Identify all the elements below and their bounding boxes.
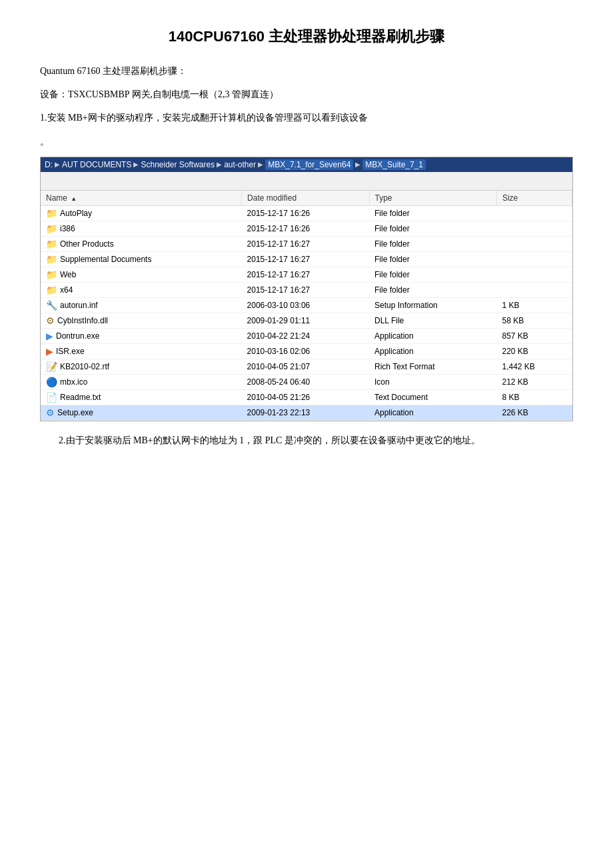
file-name-cell[interactable]: 📁x64 (41, 282, 242, 297)
table-row[interactable]: 📁Other Products2015-12-17 16:27File fold… (41, 236, 572, 251)
table-row[interactable]: 📁AutoPlay2015-12-17 16:26File folder (41, 205, 572, 221)
table-row[interactable]: 📁x642015-12-17 16:27File folder (41, 282, 572, 297)
file-type-cell: DLL File (369, 313, 496, 328)
col-size[interactable]: Size (496, 191, 572, 206)
file-type-cell: File folder (369, 282, 496, 297)
file-date-cell: 2008-05-24 06:40 (242, 374, 369, 389)
file-name-cell[interactable]: 🔵mbx.ico (41, 374, 242, 389)
file-table: Name ▲ Date modified Type Size 📁AutoPlay… (41, 191, 572, 421)
file-icon: ⚙ (46, 407, 55, 418)
col-type[interactable]: Type (369, 191, 496, 206)
file-name-label: Setup.exe (57, 408, 93, 417)
addr-segment[interactable]: MBX_7.1_for_Seven64 (265, 159, 353, 170)
file-name-cell[interactable]: 🔧autorun.inf (41, 297, 242, 313)
file-name-cell[interactable]: ▶Dontrun.exe (41, 328, 242, 343)
file-size-cell: 857 KB (496, 328, 572, 343)
addr-segment[interactable]: D: (45, 160, 53, 169)
file-type-cell: Application (369, 343, 496, 359)
addr-separator-icon: ▶ (133, 161, 139, 168)
table-row[interactable]: 📁Supplemental Documents2015-12-17 16:27F… (41, 251, 572, 267)
file-type-cell: File folder (369, 251, 496, 267)
table-row[interactable]: 📝KB2010-02.rtf2010-04-05 21:07Rich Text … (41, 359, 572, 374)
file-date-cell: 2009-01-29 01:11 (242, 313, 369, 328)
file-name-cell[interactable]: 📁AutoPlay (41, 205, 242, 221)
file-size-cell: 220 KB (496, 343, 572, 359)
file-icon: 📁 (46, 223, 57, 234)
file-name-cell[interactable]: 📄Readme.txt (41, 389, 242, 405)
file-name-cell[interactable]: 📁Supplemental Documents (41, 251, 242, 267)
file-icon: ⚙ (46, 315, 55, 326)
file-name-label: x64 (60, 285, 73, 295)
file-name-cell[interactable]: 📁Other Products (41, 236, 242, 251)
table-row[interactable]: ⚙CybInstInfo.dll2009-01-29 01:11DLL File… (41, 313, 572, 328)
table-row[interactable]: 🔵mbx.ico2008-05-24 06:40Icon212 KB (41, 374, 572, 389)
col-date[interactable]: Date modified (242, 191, 369, 206)
file-name-cell[interactable]: 📁Web (41, 267, 242, 282)
file-type-cell: Setup Information (369, 297, 496, 313)
table-header-row: Name ▲ Date modified Type Size (41, 191, 572, 206)
addr-separator-icon: ▶ (258, 161, 263, 168)
file-type-cell: Application (369, 328, 496, 343)
file-date-cell: 2015-12-17 16:27 (242, 236, 369, 251)
file-name-label: Other Products (60, 239, 114, 249)
file-name-cell[interactable]: 📁i386 (41, 221, 242, 236)
addr-separator-icon: ▶ (217, 161, 222, 168)
file-name-label: KB2010-02.rtf (60, 362, 109, 371)
table-row[interactable]: 🔧autorun.inf2006-03-10 03:06Setup Inform… (41, 297, 572, 313)
file-name-label: Readme.txt (60, 393, 101, 402)
explorer-toolbar (41, 172, 572, 191)
file-name-label: autorun.inf (60, 301, 98, 310)
file-date-cell: 2010-03-16 02:06 (242, 343, 369, 359)
file-size-cell: 1 KB (496, 297, 572, 313)
file-date-cell: 2010-04-05 21:07 (242, 359, 369, 374)
file-name-cell[interactable]: ⚙Setup.exe (41, 405, 242, 420)
paragraph-dot: 。 (40, 133, 573, 150)
file-date-cell: 2015-12-17 16:26 (242, 205, 369, 221)
file-icon: 📁 (46, 239, 57, 249)
addr-segment[interactable]: AUT DOCUMENTS (62, 160, 131, 169)
file-name-label: Dontrun.exe (56, 331, 99, 341)
file-name-cell[interactable]: ⚙CybInstInfo.dll (41, 313, 242, 328)
table-row[interactable]: ▶ISR.exe2010-03-16 02:06Application220 K… (41, 343, 572, 359)
file-size-cell (496, 251, 572, 267)
file-icon: 📝 (46, 361, 57, 372)
addr-segment[interactable]: MBX_Suite_7_1 (362, 159, 426, 170)
paragraph-1: Quantum 67160 主处理器刷机步骤： (40, 63, 573, 79)
file-name-cell[interactable]: 📝KB2010-02.rtf (41, 359, 242, 374)
file-name-label: ISR.exe (56, 347, 85, 356)
file-icon: 📁 (46, 285, 57, 295)
sort-arrow-icon: ▲ (71, 195, 77, 202)
address-bar[interactable]: D:▶AUT DOCUMENTS▶Schneider Softwares▶aut… (41, 157, 572, 172)
paragraph-3: 1.安装 MB+网卡的驱动程序，安装完成翻开计算机的设备管理器可以看到该设备 (40, 109, 573, 126)
table-row[interactable]: 📄Readme.txt2010-04-05 21:26Text Document… (41, 389, 572, 405)
table-row[interactable]: 📁Web2015-12-17 16:27File folder (41, 267, 572, 282)
file-size-cell: 1,442 KB (496, 359, 572, 374)
addr-separator-icon: ▶ (55, 161, 60, 168)
file-type-cell: Icon (369, 374, 496, 389)
file-name-label: AutoPlay (60, 209, 92, 218)
file-date-cell: 2009-01-23 22:13 (242, 405, 369, 420)
file-size-cell (496, 236, 572, 251)
file-size-cell: 8 KB (496, 389, 572, 405)
table-row[interactable]: 📁i3862015-12-17 16:26File folder (41, 221, 572, 236)
addr-segment[interactable]: Schneider Softwares (141, 160, 215, 169)
file-name-cell[interactable]: ▶ISR.exe (41, 343, 242, 359)
file-icon: 📄 (46, 392, 57, 403)
file-size-cell (496, 282, 572, 297)
file-type-cell: File folder (369, 205, 496, 221)
file-type-cell: File folder (369, 267, 496, 282)
file-icon: 📁 (46, 269, 57, 280)
addr-segment[interactable]: aut-other (224, 160, 256, 169)
file-date-cell: 2015-12-17 16:27 (242, 282, 369, 297)
col-name[interactable]: Name ▲ (41, 191, 242, 206)
table-row[interactable]: ⚙Setup.exe2009-01-23 22:13Application226… (41, 405, 572, 420)
table-row[interactable]: ▶Dontrun.exe2010-04-22 21:24Application8… (41, 328, 572, 343)
file-explorer: D:▶AUT DOCUMENTS▶Schneider Softwares▶aut… (40, 157, 573, 421)
file-name-label: CybInstInfo.dll (57, 316, 108, 325)
file-date-cell: 2015-12-17 16:26 (242, 221, 369, 236)
file-size-cell (496, 205, 572, 221)
file-date-cell: 2010-04-05 21:26 (242, 389, 369, 405)
file-type-cell: File folder (369, 221, 496, 236)
file-type-cell: Text Document (369, 389, 496, 405)
file-size-cell: 58 KB (496, 313, 572, 328)
